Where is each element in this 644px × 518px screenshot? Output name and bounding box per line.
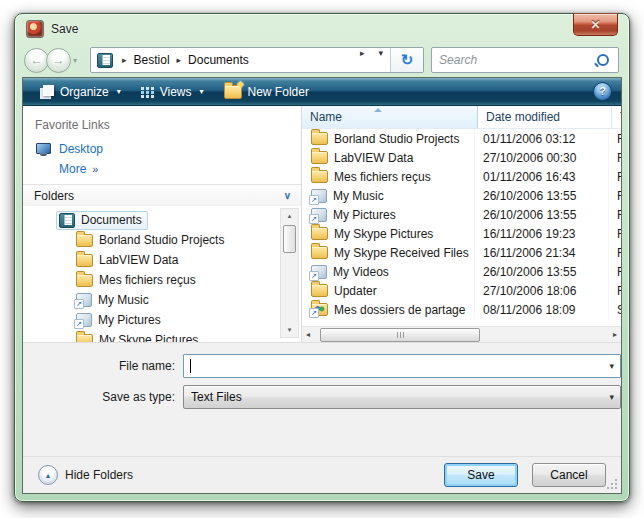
resize-grip[interactable] <box>607 479 617 489</box>
file-name: My Music <box>333 189 384 203</box>
scroll-down-icon[interactable]: ▾ <box>288 323 292 337</box>
tree-item[interactable]: LabVIEW Data <box>23 250 281 270</box>
close-button[interactable]: ✕ <box>573 13 618 36</box>
scroll-left-icon[interactable]: ◂ <box>306 330 310 339</box>
window-title: Save <box>51 22 78 36</box>
file-type: File Folder <box>609 243 621 262</box>
breadcrumb-item[interactable]: Bestiol <box>115 53 170 67</box>
save-as-type-select[interactable]: Text Files ▾ <box>183 385 621 409</box>
file-rows: Borland Studio Projects 01/11/2006 03:12… <box>302 129 621 326</box>
command-toolbar: Organize ▾ Views ▾ New Folder ? <box>23 78 621 106</box>
tree-item-label: Mes fichiers reçus <box>99 273 196 287</box>
file-icon <box>311 227 328 240</box>
organize-icon <box>40 85 54 98</box>
file-name-combobox: ▾ <box>183 354 621 378</box>
new-folder-button[interactable]: New Folder <box>216 82 317 102</box>
breadcrumb-item[interactable]: Documents <box>170 53 249 67</box>
recent-pages-menu-icon[interactable]: ▾ <box>73 56 77 65</box>
tree-item[interactable]: Documents <box>23 210 281 230</box>
save-button-label: Save <box>467 468 494 482</box>
file-row[interactable]: My Skype Received Files 16/11/2006 21:34… <box>302 243 621 262</box>
breadcrumb-trailing-arrow-icon: ▸ <box>353 48 372 72</box>
file-name-dropdown-icon[interactable]: ▾ <box>603 361 620 371</box>
file-icon <box>311 189 327 203</box>
favorite-links-title: Favorite Links <box>23 106 301 138</box>
file-type: File Folder <box>609 186 621 205</box>
client-area: Organize ▾ Views ▾ New Folder ? Favorite… <box>22 77 622 494</box>
search-icon[interactable] <box>597 54 609 66</box>
favorite-link-desktop[interactable]: Desktop <box>23 138 301 160</box>
tree-vertical-scrollbar[interactable]: ▴ ▾ <box>280 208 299 338</box>
folders-label: Folders <box>34 189 74 203</box>
folders-expander[interactable]: Folders ∨ <box>23 184 301 206</box>
file-row[interactable]: My Skype Pictures 16/11/2006 19:23 File … <box>302 224 621 243</box>
breadcrumb-location-icon <box>97 53 113 68</box>
file-name: Mes dossiers de partage <box>334 303 465 317</box>
save-dialog-window: Save ✕ ← → ▾ Bestiol Documents <box>14 13 630 502</box>
search-input[interactable] <box>439 53 597 67</box>
filename-form: File name: ▾ Save as type: Text Files ▾ <box>23 342 621 456</box>
file-row[interactable]: LabVIEW Data 27/10/2006 00:30 File Folde… <box>302 148 621 167</box>
folder-tree: Documents Borland Studio Projects LabVIE… <box>23 207 281 342</box>
tree-item[interactable]: Borland Studio Projects <box>23 230 281 250</box>
tree-item[interactable]: My Pictures <box>23 310 281 330</box>
file-row[interactable]: My Videos 26/10/2006 13:55 File Folder <box>302 262 621 281</box>
tree-item-label: Borland Studio Projects <box>99 233 224 247</box>
file-row[interactable]: Borland Studio Projects 01/11/2006 03:12… <box>302 129 621 148</box>
tree-item-label: My Skype Pictures <box>99 333 198 342</box>
hide-folders-button[interactable]: ▲ Hide Folders <box>38 465 133 485</box>
tree-scrollbar-thumb[interactable] <box>283 225 296 253</box>
refresh-button[interactable]: ↻ <box>390 48 423 72</box>
file-list-pane: Name Date modified Type <box>302 106 621 342</box>
file-row[interactable]: My Pictures 26/10/2006 13:55 File Folder <box>302 205 621 224</box>
views-icon <box>141 87 154 98</box>
tree-item[interactable]: My Music <box>23 290 281 310</box>
file-row[interactable]: Updater 27/10/2006 18:06 File Folder <box>302 281 621 300</box>
file-date-modified: 27/10/2006 18:06 <box>475 281 609 300</box>
nav-buttons: ← → ▾ <box>24 48 77 73</box>
horizontal-scrollbar[interactable]: ◂ ▸ <box>302 326 621 342</box>
address-bar: ← → ▾ Bestiol Documents ▸ ▾ ↻ <box>22 45 622 75</box>
cancel-button[interactable]: Cancel <box>532 463 606 487</box>
breadcrumb-dropdown-icon[interactable]: ▾ <box>372 48 391 72</box>
save-as-type-label: Save as type: <box>23 390 183 404</box>
breadcrumb[interactable]: Bestiol Documents <box>91 48 353 72</box>
horizontal-scrollbar-thumb[interactable] <box>320 328 480 342</box>
organize-button[interactable]: Organize ▾ <box>32 82 129 102</box>
views-button[interactable]: Views ▾ <box>133 82 212 102</box>
file-icon <box>311 132 328 145</box>
help-icon: ? <box>599 86 605 97</box>
file-name-input[interactable] <box>189 358 603 374</box>
file-icon <box>311 265 327 279</box>
save-button[interactable]: Save <box>444 463 518 487</box>
forward-icon: → <box>53 53 65 67</box>
close-icon: ✕ <box>590 18 600 32</box>
tree-item[interactable]: My Skype Pictures <box>23 330 281 342</box>
tree-item-icon <box>59 213 75 228</box>
views-dropdown-icon: ▾ <box>200 87 204 96</box>
file-type: File Folder <box>609 205 621 224</box>
column-header-name[interactable]: Name <box>302 106 478 128</box>
chevron-down-icon: ∨ <box>284 190 291 201</box>
file-row[interactable]: My Music 26/10/2006 13:55 File Folder <box>302 186 621 205</box>
forward-button[interactable]: → <box>46 48 71 73</box>
scroll-right-icon[interactable]: ▸ <box>613 330 617 339</box>
scroll-up-icon[interactable]: ▴ <box>288 209 292 223</box>
file-name: My Skype Received Files <box>334 246 469 260</box>
tree-item[interactable]: Mes fichiers reçus <box>23 270 281 290</box>
column-header-type[interactable]: Type <box>612 106 621 128</box>
breadcrumb-item-label: Documents <box>188 53 249 67</box>
file-name: My Videos <box>333 265 389 279</box>
tree-item-icon <box>76 293 92 307</box>
column-header-date-modified[interactable]: Date modified <box>478 106 612 128</box>
file-name: Updater <box>334 284 377 298</box>
more-links[interactable]: More » <box>23 160 301 184</box>
more-label: More <box>59 162 86 176</box>
help-button[interactable]: ? <box>593 82 612 101</box>
file-row[interactable]: Mes dossiers de partage 08/11/2006 18:09… <box>302 300 621 319</box>
file-type: File Folder <box>609 262 621 281</box>
titlebar[interactable]: Save <box>15 14 629 44</box>
file-icon <box>311 208 327 222</box>
tree-item-icon <box>76 334 93 343</box>
file-row[interactable]: Mes fichiers reçus 01/11/2006 16:43 File… <box>302 167 621 186</box>
